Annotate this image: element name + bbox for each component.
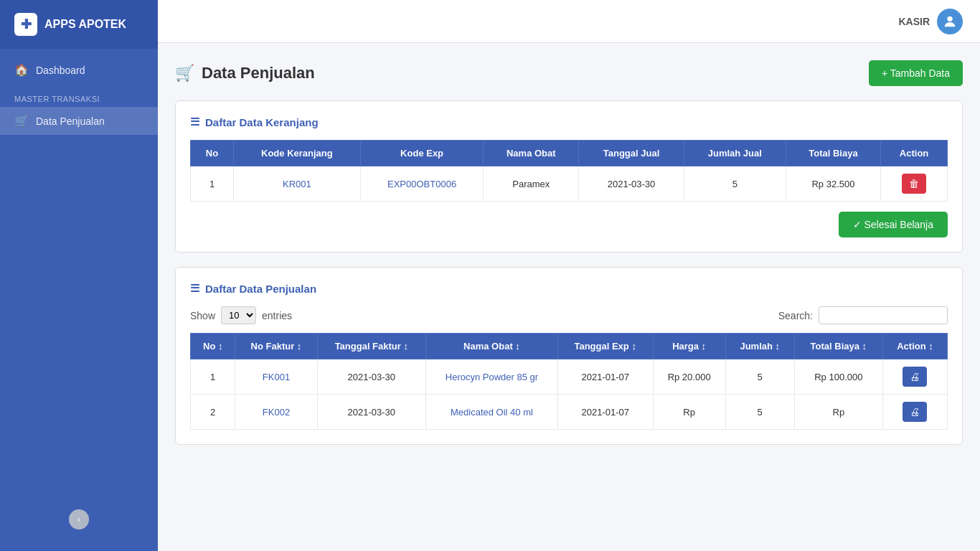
penjualan-cell-harga: Rp 20.000 <box>653 359 725 395</box>
logo-icon: ✚ <box>14 13 37 36</box>
penjualan-col-action: Action ↕ <box>882 334 947 359</box>
keranjang-col-nama-obat: Nama Obat <box>484 141 579 166</box>
sidebar-item-dashboard[interactable]: 🏠 Dashboard <box>0 56 158 84</box>
table-row: 2 FK002 2021-03-30 Medicated Oil 40 ml 2… <box>191 395 948 430</box>
penjualan-cell-no: 1 <box>191 359 235 395</box>
content-area: 🛒 Data Penjualan + Tambah Data ☰ Daftar … <box>158 43 980 551</box>
dashboard-icon: 🏠 <box>14 63 29 77</box>
main-content: KASIR 🛒 Data Penjualan + Tambah Data ☰ D… <box>158 0 980 551</box>
page-title: 🛒 Data Penjualan <box>175 64 315 83</box>
penjualan-col-no-faktur: No Faktur ↕ <box>235 334 317 359</box>
data-penjualan-icon: 🛒 <box>14 114 29 128</box>
penjualan-col-nama-obat: Nama Obat ↕ <box>426 334 558 359</box>
show-entries: Show 10 25 50 entries <box>190 306 292 324</box>
penjualan-cell-nama-obat: Herocyn Powder 85 gr <box>426 359 558 395</box>
selesai-belanja-button[interactable]: ✓ Selesai Belanja <box>839 212 948 237</box>
keranjang-table: No Kode Keranjang Kode Exp Nama Obat Tan… <box>190 140 948 202</box>
penjualan-cell-tanggal-faktur: 2021-03-30 <box>317 359 426 395</box>
penjualan-title-text: Daftar Data Penjualan <box>205 283 316 295</box>
page-title-icon: 🛒 <box>175 64 194 83</box>
keranjang-card: ☰ Daftar Data Keranjang No Kode Keranjan… <box>175 100 963 253</box>
penjualan-table: No ↕ No Faktur ↕ Tanggal Faktur ↕ Nama O… <box>190 333 948 430</box>
table-row: 1 FK001 2021-03-30 Herocyn Powder 85 gr … <box>191 359 948 395</box>
penjualan-cell-no: 2 <box>191 395 235 430</box>
penjualan-cell-jumlah: 5 <box>725 359 794 395</box>
penjualan-cell-tanggal-exp: 2021-01-07 <box>557 395 653 430</box>
finish-btn-row: ✓ Selesai Belanja <box>190 212 948 237</box>
penjualan-cell-total-biaya: Rp 100.000 <box>794 359 882 395</box>
keranjang-cell-nama-obat: Paramex <box>484 166 579 202</box>
print-button[interactable]: 🖨 <box>903 367 927 387</box>
page-title-text: Data Penjualan <box>202 64 315 83</box>
keranjang-col-no: No <box>191 141 234 166</box>
keranjang-col-jumlah-jual: Jumlah Jual <box>684 141 786 166</box>
keranjang-col-action: Action <box>881 141 948 166</box>
app-logo: ✚ APPS APOTEK <box>0 0 158 49</box>
penjualan-cell-action: 🖨 <box>882 395 947 430</box>
keranjang-cell-kode-exp: EXP00OBT0006 <box>360 166 484 202</box>
topbar: KASIR <box>158 0 980 43</box>
sidebar-item-data-penjualan[interactable]: 🛒 Data Penjualan <box>0 107 158 135</box>
keranjang-card-title: ☰ Daftar Data Keranjang <box>190 116 948 128</box>
keranjang-cell-kode-keranjang: KR001 <box>234 166 361 202</box>
show-entries-select[interactable]: 10 25 50 <box>221 306 256 324</box>
penjualan-card-icon: ☰ <box>190 282 199 295</box>
keranjang-col-kode-keranjang: Kode Keranjang <box>234 141 361 166</box>
sidebar-item-dashboard-label: Dashboard <box>36 65 85 76</box>
show-label: Show <box>190 310 215 321</box>
penjualan-col-tanggal-exp: Tanggal Exp ↕ <box>557 334 653 359</box>
penjualan-cell-jumlah: 5 <box>725 395 794 430</box>
app-name: APPS APOTEK <box>44 18 126 31</box>
penjualan-cell-no-faktur: FK001 <box>235 359 317 395</box>
keranjang-cell-tanggal-jual: 2021-03-30 <box>579 166 684 202</box>
datatable-controls: Show 10 25 50 entries Search: <box>190 306 948 324</box>
penjualan-col-tanggal-faktur: Tanggal Faktur ↕ <box>317 334 426 359</box>
sidebar-item-penjualan-label: Data Penjualan <box>36 116 105 127</box>
table-row: 1 KR001 EXP00OBT0006 Paramex 2021-03-30 … <box>191 166 948 202</box>
penjualan-cell-tanggal-faktur: 2021-03-30 <box>317 395 426 430</box>
keranjang-card-icon: ☰ <box>190 116 199 128</box>
print-button[interactable]: 🖨 <box>903 402 927 422</box>
sidebar-collapse-button[interactable]: ‹ <box>69 509 89 529</box>
sidebar-section-label: MASTER TRANSAKSI <box>0 84 158 107</box>
entries-label: entries <box>262 310 292 321</box>
penjualan-cell-no-faktur: FK002 <box>235 395 317 430</box>
keranjang-cell-jumlah-jual: 5 <box>684 166 786 202</box>
search-input[interactable] <box>819 306 948 324</box>
add-data-button[interactable]: + Tambah Data <box>869 60 963 86</box>
delete-button[interactable]: 🗑 <box>902 174 926 194</box>
penjualan-cell-tanggal-exp: 2021-01-07 <box>557 359 653 395</box>
penjualan-table-header-row: No ↕ No Faktur ↕ Tanggal Faktur ↕ Nama O… <box>191 334 948 359</box>
keranjang-cell-total-biaya: Rp 32.500 <box>786 166 880 202</box>
keranjang-col-total-biaya: Total Biaya <box>786 141 880 166</box>
penjualan-card: ☰ Daftar Data Penjualan Show 10 25 50 en… <box>175 267 963 445</box>
penjualan-cell-harga: Rp <box>653 395 725 430</box>
keranjang-col-tanggal-jual: Tanggal Jual <box>579 141 684 166</box>
page-header: 🛒 Data Penjualan + Tambah Data <box>175 60 963 86</box>
keranjang-table-header-row: No Kode Keranjang Kode Exp Nama Obat Tan… <box>191 141 948 166</box>
penjualan-col-no: No ↕ <box>191 334 235 359</box>
keranjang-title-text: Daftar Data Keranjang <box>205 116 319 128</box>
penjualan-col-jumlah: Jumlah ↕ <box>725 334 794 359</box>
penjualan-col-total-biaya: Total Biaya ↕ <box>794 334 882 359</box>
sidebar: ✚ APPS APOTEK 🏠 Dashboard MASTER TRANSAK… <box>0 0 158 551</box>
topbar-user: KASIR <box>898 9 963 34</box>
search-label: Search: <box>778 310 813 321</box>
penjualan-cell-nama-obat: Medicated Oil 40 ml <box>426 395 558 430</box>
user-avatar <box>937 9 963 34</box>
keranjang-col-kode-exp: Kode Exp <box>360 141 484 166</box>
penjualan-col-harga: Harga ↕ <box>653 334 725 359</box>
search-box: Search: <box>778 306 948 324</box>
svg-point-0 <box>947 16 952 21</box>
keranjang-cell-no: 1 <box>191 166 234 202</box>
sidebar-nav: 🏠 Dashboard MASTER TRANSAKSI 🛒 Data Penj… <box>0 49 158 142</box>
penjualan-cell-total-biaya: Rp <box>794 395 882 430</box>
penjualan-card-title: ☰ Daftar Data Penjualan <box>190 282 948 295</box>
keranjang-cell-action: 🗑 <box>881 166 948 202</box>
user-role-label: KASIR <box>898 16 930 27</box>
penjualan-cell-action: 🖨 <box>882 359 947 395</box>
